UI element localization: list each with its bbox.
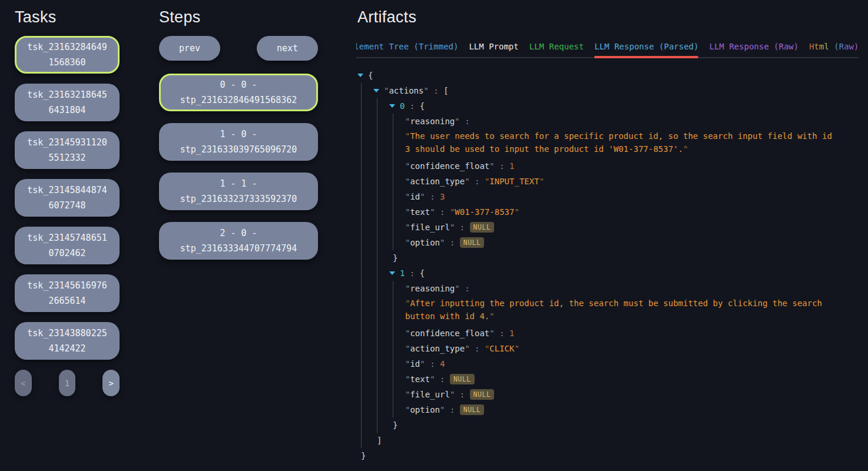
tab-element-tree-trimmed[interactable]: Element Tree (Trimmed) <box>356 42 458 51</box>
tasks-heading: Tasks <box>15 8 120 26</box>
null-badge: NULL <box>460 404 485 415</box>
json-key: id <box>410 192 420 201</box>
json-token: " <box>440 238 445 247</box>
step-button[interactable]: 0 - 0 - stp_231632846491568362 <box>159 74 318 111</box>
json-token: " <box>489 161 494 171</box>
json-key: actions <box>389 86 423 95</box>
json-token: : <box>435 207 450 217</box>
json-token: " <box>514 207 519 217</box>
json-key: file_url <box>410 390 449 399</box>
task-button[interactable]: tsk_231438802254142422 <box>15 322 120 360</box>
json-token: : <box>470 344 485 353</box>
task-button[interactable]: tsk_231457486510702462 <box>15 227 120 264</box>
collapse-triangle-icon[interactable] <box>389 271 395 275</box>
json-token: : <box>445 238 459 247</box>
json-index-key: 1 <box>400 268 405 278</box>
json-token: " <box>405 405 410 414</box>
task-button[interactable]: tsk_231459311205512332 <box>15 131 120 169</box>
json-token: " <box>423 86 428 95</box>
task-button[interactable]: tsk_231632186456431804 <box>15 84 120 121</box>
collapse-triangle-icon[interactable] <box>373 89 379 92</box>
tab-llm-response-raw[interactable]: LLM Response (Raw) <box>709 42 799 51</box>
json-index-key: 0 <box>400 101 405 111</box>
artifacts-panel: Artifacts Element Tree (Trimmed) LLM Pro… <box>356 0 868 471</box>
json-line: 1 : { <box>389 266 868 281</box>
json-token: : <box>470 177 485 186</box>
json-token: : <box>495 161 509 171</box>
json-key: text <box>410 207 430 217</box>
json-token: " <box>539 177 544 186</box>
json-line: "reasoning" : <box>405 114 868 129</box>
pagination-page-button[interactable]: 1 <box>59 370 76 396</box>
json-token: " <box>683 144 688 154</box>
json-token: " <box>450 207 455 217</box>
tasks-pagination: < 1 > <box>15 370 120 396</box>
json-token: " <box>405 192 410 201</box>
json-key: text <box>410 374 430 384</box>
tab-llm-response-parsed[interactable]: LLM Response (Parsed) <box>594 42 698 51</box>
steps-panel: Steps prev next 0 - 0 - stp_231632846491… <box>159 0 318 271</box>
json-line: "file_url" : NULL <box>405 387 868 402</box>
json-line: "option" : NULL <box>405 235 868 250</box>
json-string-value: After inputting the product id, the sear… <box>405 298 822 321</box>
json-token: " <box>420 192 425 201</box>
json-key: option <box>410 405 440 414</box>
json-token: : <box>460 284 475 293</box>
prev-step-button[interactable]: prev <box>159 36 220 61</box>
json-token: : <box>425 359 440 369</box>
tab-llm-prompt[interactable]: LLM Prompt <box>469 42 518 51</box>
json-line: "actions" : [ <box>373 83 868 98</box>
json-line: ] <box>377 433 868 448</box>
json-line: } <box>393 250 868 266</box>
json-token: } <box>361 451 366 460</box>
steps-nav: prev next <box>159 36 318 61</box>
pagination-prev-button[interactable]: < <box>15 370 32 396</box>
task-button[interactable]: tsk_231632846491568360 <box>15 36 120 74</box>
json-line: "id" : 4 <box>405 356 868 372</box>
tab-html-raw[interactable]: Html (Raw) <box>809 42 859 51</box>
json-token: : <box>460 117 475 126</box>
step-list: 0 - 0 - stp_231632846491568362 1 - 0 - s… <box>159 74 318 260</box>
json-line: "file_url" : NULL <box>405 220 868 235</box>
json-line: "confidence_float" : 1 <box>405 158 868 174</box>
json-key: confidence_float <box>410 329 489 338</box>
step-button[interactable]: 1 - 0 - stp_231633039765096720 <box>159 123 318 161</box>
json-token: : <box>455 223 469 232</box>
tasks-panel: Tasks tsk_231632846491568360 tsk_2316321… <box>15 0 120 396</box>
json-string-value: CLICK <box>489 344 514 353</box>
json-line: { <box>357 68 868 83</box>
json-token: ] <box>377 436 382 445</box>
pagination-next-button[interactable]: > <box>102 370 120 396</box>
json-token: " <box>489 329 494 338</box>
json-token: " <box>405 117 410 126</box>
collapse-triangle-icon[interactable] <box>357 74 363 77</box>
json-token: : <box>495 329 509 338</box>
json-string-block: "After inputting the product id, the sea… <box>405 297 834 323</box>
json-token: " <box>405 344 410 353</box>
step-button[interactable]: 2 - 0 - stp_231633344707774794 <box>159 222 318 260</box>
json-key: file_url <box>410 223 449 232</box>
json-token: " <box>405 359 410 369</box>
json-token: " <box>489 311 494 321</box>
json-line: "id" : 3 <box>405 189 868 204</box>
json-token: { <box>420 101 425 111</box>
null-badge: NULL <box>460 237 485 248</box>
json-string-block: "The user needs to search for a specific… <box>405 130 834 155</box>
json-line: "action_type" : "INPUT_TEXT" <box>405 174 868 189</box>
json-token: " <box>430 207 435 217</box>
collapse-triangle-icon[interactable] <box>389 104 395 108</box>
json-token: { <box>368 71 373 80</box>
artifact-tabs: Element Tree (Trimmed) LLM Prompt LLM Re… <box>356 42 859 58</box>
json-key: reasoning <box>410 284 455 293</box>
next-step-button[interactable]: next <box>257 36 318 61</box>
tab-llm-request[interactable]: LLM Request <box>529 42 584 51</box>
json-string-value: INPUT_TEXT <box>489 177 539 186</box>
json-token: " <box>450 223 455 232</box>
json-line: "text" : NULL <box>405 372 868 387</box>
task-button[interactable]: tsk_231458448746072748 <box>15 179 120 217</box>
task-button[interactable]: tsk_231456169762665614 <box>15 274 120 312</box>
json-token: " <box>405 284 410 293</box>
step-button[interactable]: 1 - 1 - stp_231633237333592370 <box>159 173 318 210</box>
json-token: " <box>405 207 410 217</box>
json-token: [ <box>443 86 448 95</box>
